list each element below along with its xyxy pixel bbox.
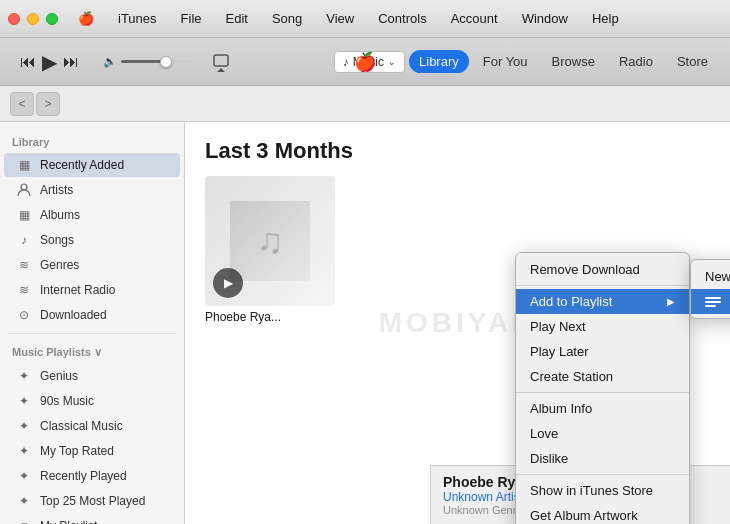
sidebar-label-top-25: Top 25 Most Played: [40, 494, 145, 508]
menu-item-remove-download[interactable]: Remove Download: [516, 257, 689, 282]
menu-item-get-album-artwork[interactable]: Get Album Artwork: [516, 503, 689, 524]
sidebar-item-genius[interactable]: ✦ Genius: [4, 364, 180, 388]
sidebar-library-header: Library: [0, 130, 184, 152]
menu-item-play-next[interactable]: Play Next: [516, 314, 689, 339]
main-layout: Library ▦ Recently Added Artists ▦ Album…: [0, 122, 730, 524]
music-note-icon: ♪: [343, 55, 349, 69]
sidebar-item-albums[interactable]: ▦ Albums: [4, 203, 180, 227]
menu-window[interactable]: Window: [518, 9, 572, 28]
internet-radio-icon: ≋: [16, 282, 32, 298]
transport-controls: ⏮ ▶ ⏭: [20, 50, 79, 74]
sidebar-label-my-playlist: My Playlist: [40, 519, 97, 524]
rewind-button[interactable]: ⏮: [20, 53, 36, 71]
svg-point-2: [21, 184, 27, 190]
menu-item-dislike[interactable]: Dislike: [516, 446, 689, 471]
menu-item-love[interactable]: Love: [516, 421, 689, 446]
menu-view[interactable]: View: [322, 9, 358, 28]
sidebar-item-artists[interactable]: Artists: [4, 178, 180, 202]
add-to-playlist-label: Add to Playlist: [530, 294, 612, 309]
content-area: Last 3 Months ♫ ▶ Phoebe Rya... MOBIYAR …: [185, 122, 730, 524]
nav-row: < >: [0, 86, 730, 122]
menu-itunes[interactable]: iTunes: [114, 9, 161, 28]
sidebar-item-90s-music[interactable]: ✦ 90s Music: [4, 389, 180, 413]
forward-button-nav[interactable]: >: [36, 92, 60, 116]
menu-song[interactable]: Song: [268, 9, 306, 28]
title-bar: 🍎 iTunes File Edit Song View Controls Ac…: [0, 0, 730, 38]
create-station-label: Create Station: [530, 369, 613, 384]
close-button[interactable]: [8, 13, 20, 25]
context-menu: Remove Download Add to Playlist ▶ Play N…: [515, 252, 690, 524]
volume-track: [121, 60, 191, 63]
sidebar-label-recently-played: Recently Played: [40, 469, 127, 483]
sidebar-label-songs: Songs: [40, 233, 74, 247]
sidebar-label-recently-added: Recently Added: [40, 158, 124, 172]
toolbar: ⏮ ▶ ⏭ 🔈 🍎 ♪ Music ⌄ Library For You Brow…: [0, 38, 730, 86]
volume-low-icon: 🔈: [103, 55, 117, 68]
show-in-itunes-store-label: Show in iTunes Store: [530, 483, 653, 498]
svg-rect-0: [214, 55, 228, 66]
airplay-button[interactable]: [207, 48, 235, 76]
menu-edit[interactable]: Edit: [222, 9, 252, 28]
album-name: Phoebe Rya...: [205, 310, 335, 324]
play-icon: ▶: [224, 276, 233, 290]
play-later-label: Play Later: [530, 344, 589, 359]
menu-item-create-station[interactable]: Create Station: [516, 364, 689, 389]
sidebar-label-artists: Artists: [40, 183, 73, 197]
traffic-lights: [8, 13, 58, 25]
play-overlay-button[interactable]: ▶: [213, 268, 243, 298]
90s-music-icon: ✦: [16, 393, 32, 409]
menu-separator-2: [516, 392, 689, 393]
playlists-header-label: Music Playlists ∨: [12, 346, 102, 359]
menu-file[interactable]: File: [177, 9, 206, 28]
play-button[interactable]: ▶: [42, 50, 57, 74]
sidebar-item-genres[interactable]: ≋ Genres: [4, 253, 180, 277]
recently-added-icon: ▦: [16, 157, 32, 173]
sidebar-item-my-top-rated[interactable]: ✦ My Top Rated: [4, 439, 180, 463]
svg-marker-1: [217, 68, 225, 72]
submenu-chevron-icon: ▶: [667, 296, 675, 307]
downloaded-icon: ⊙: [16, 307, 32, 323]
sidebar-item-internet-radio[interactable]: ≋ Internet Radio: [4, 278, 180, 302]
sidebar-label-genius: Genius: [40, 369, 78, 383]
sidebar-item-top-25[interactable]: ✦ Top 25 Most Played: [4, 489, 180, 513]
sidebar-label-internet-radio: Internet Radio: [40, 283, 115, 297]
top-25-icon: ✦: [16, 493, 32, 509]
tab-library[interactable]: Library: [409, 50, 469, 73]
tab-browse[interactable]: Browse: [542, 50, 605, 73]
volume-thumb[interactable]: [160, 56, 172, 68]
tab-store[interactable]: Store: [667, 50, 718, 73]
menu-separator-1: [516, 285, 689, 286]
album-card[interactable]: ♫ ▶ Phoebe Rya...: [205, 176, 335, 324]
sidebar-item-recently-played[interactable]: ✦ Recently Played: [4, 464, 180, 488]
menu-item-show-in-itunes-store[interactable]: Show in iTunes Store: [516, 478, 689, 503]
menu-separator-3: [516, 474, 689, 475]
back-button[interactable]: <: [10, 92, 34, 116]
menu-help[interactable]: Help: [588, 9, 623, 28]
sidebar-item-recently-added[interactable]: ▦ Recently Added: [4, 153, 180, 177]
sidebar-item-my-playlist[interactable]: ≡ My Playlist: [4, 514, 180, 524]
genres-icon: ≋: [16, 257, 32, 273]
nav-arrows: < >: [10, 92, 60, 116]
forward-button[interactable]: ⏭: [63, 53, 79, 71]
tab-radio[interactable]: Radio: [609, 50, 663, 73]
tab-for-you[interactable]: For You: [473, 50, 538, 73]
sidebar-item-downloaded[interactable]: ⊙ Downloaded: [4, 303, 180, 327]
sidebar-label-classical-music: Classical Music: [40, 419, 123, 433]
menu-controls[interactable]: Controls: [374, 9, 430, 28]
play-next-label: Play Next: [530, 319, 586, 334]
maximize-button[interactable]: [46, 13, 58, 25]
playlists-header[interactable]: Music Playlists ∨: [0, 340, 184, 363]
sidebar-label-genres: Genres: [40, 258, 79, 272]
my-playlist-icon: ≡: [16, 518, 32, 524]
minimize-button[interactable]: [27, 13, 39, 25]
volume-slider[interactable]: 🔈: [103, 55, 191, 68]
menu-item-album-info[interactable]: Album Info: [516, 396, 689, 421]
sidebar-item-songs[interactable]: ♪ Songs: [4, 228, 180, 252]
menu-apple[interactable]: 🍎: [74, 9, 98, 28]
menu-account[interactable]: Account: [447, 9, 502, 28]
my-top-rated-icon: ✦: [16, 443, 32, 459]
sidebar-item-classical-music[interactable]: ✦ Classical Music: [4, 414, 180, 438]
menu-item-play-later[interactable]: Play Later: [516, 339, 689, 364]
menu-item-add-to-playlist[interactable]: Add to Playlist ▶: [516, 289, 689, 314]
nav-tabs: ♪ Music ⌄ Library For You Browse Radio S…: [334, 50, 718, 73]
